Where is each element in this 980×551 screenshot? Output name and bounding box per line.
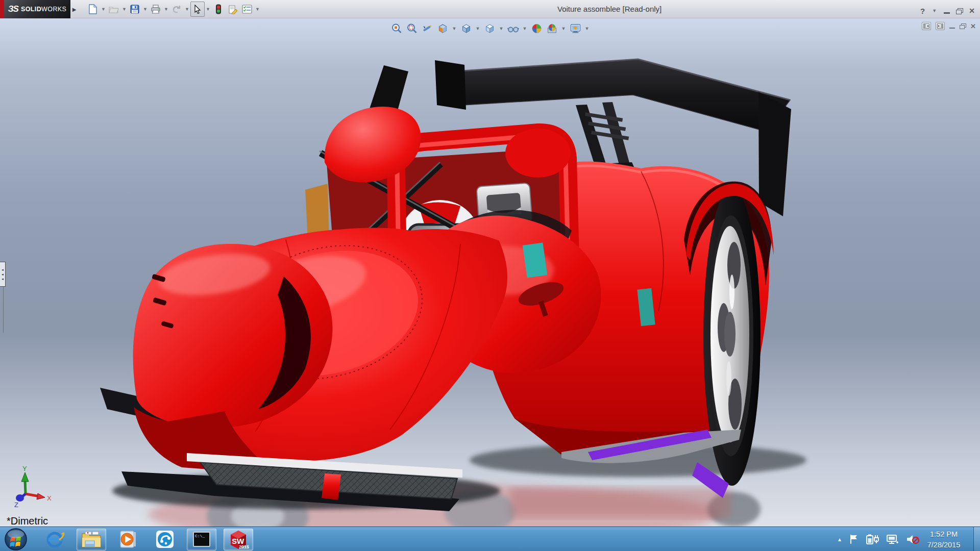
- solidworks-window: ЗS SOLIDWORKS ▶ ▼ ▼: [0, 0, 980, 551]
- taskbar-windows-explorer[interactable]: [77, 529, 106, 550]
- open-document-dropdown[interactable]: ▼: [121, 2, 128, 17]
- open-document-button[interactable]: [107, 2, 121, 17]
- clock-time: 1:52 PM: [922, 529, 966, 540]
- clock-date: 7/28/2015: [922, 540, 966, 550]
- help-dropdown[interactable]: ▼: [931, 3, 938, 18]
- collapse-arrow-icon: ◂: [2, 268, 4, 272]
- edit-appearance-button[interactable]: [530, 22, 544, 36]
- pane-left-icon: [923, 23, 929, 29]
- save-dropdown[interactable]: ▼: [142, 2, 149, 17]
- save-button[interactable]: [128, 2, 142, 17]
- minimize-button[interactable]: [944, 12, 950, 14]
- apply-scene-dropdown[interactable]: ▼: [560, 21, 567, 36]
- doc-close-button[interactable]: ✕: [970, 22, 976, 30]
- previous-view-icon: [422, 23, 433, 34]
- select-tool-dropdown[interactable]: ▼: [205, 2, 211, 17]
- taskbar-media-player[interactable]: [113, 529, 143, 550]
- taskbar-clock[interactable]: 1:52 PM 7/28/2015: [922, 529, 966, 550]
- taskbar-communication-app[interactable]: [150, 529, 180, 550]
- rebuild-button[interactable]: [211, 2, 226, 17]
- print-button[interactable]: [149, 2, 163, 17]
- zoom-to-fit-button[interactable]: [390, 22, 404, 36]
- show-hidden-icons-button[interactable]: ▲: [837, 537, 842, 542]
- solidworks-logo: ЗS SOLIDWORKS: [4, 0, 70, 18]
- reference-triad: Y X Z: [8, 465, 64, 521]
- solidworks-2015-icon: SW 2015: [228, 529, 249, 550]
- taskbar-items: C:\_ SW 2015: [40, 528, 253, 550]
- previous-view-button[interactable]: [421, 22, 434, 36]
- hide-show-items-dropdown[interactable]: ▼: [522, 21, 528, 36]
- undo-button[interactable]: [169, 2, 184, 17]
- new-document-dropdown[interactable]: ▼: [100, 2, 107, 17]
- appearance-ball-icon: [531, 23, 542, 34]
- taskbar-command-prompt[interactable]: C:\_: [187, 529, 216, 550]
- view-settings-icon: [569, 23, 581, 34]
- show-desktop-button[interactable]: [973, 527, 980, 551]
- document-window-controls: ✕: [922, 22, 976, 30]
- taskbar-internet-explorer[interactable]: [40, 529, 69, 550]
- doc-minimize-button[interactable]: [949, 28, 955, 29]
- display-style-button[interactable]: [483, 22, 497, 36]
- print-dropdown[interactable]: ▼: [163, 2, 169, 17]
- close-button[interactable]: ✕: [969, 7, 975, 15]
- view-settings-button[interactable]: [569, 22, 582, 36]
- save-floppy-icon: [130, 5, 139, 14]
- zoom-to-area-button[interactable]: [405, 22, 419, 36]
- graphics-viewport[interactable]: ▼ ▼ ▼: [0, 18, 980, 527]
- folder-icon: [81, 531, 102, 548]
- view-settings-dropdown[interactable]: ▼: [584, 21, 591, 36]
- left-front-fender[interactable]: [100, 244, 332, 429]
- brand-name: SOLIDWORKS: [21, 6, 66, 13]
- share-app-icon: [155, 530, 175, 549]
- zoom-to-area-icon: [406, 23, 418, 34]
- options-checklist-icon: [242, 5, 252, 14]
- apply-scene-button[interactable]: [545, 22, 559, 36]
- network-icon[interactable]: [886, 534, 899, 545]
- section-view-dropdown[interactable]: ▼: [451, 21, 458, 36]
- help-button[interactable]: ?: [920, 7, 925, 15]
- volume-muted-icon[interactable]: [905, 534, 920, 545]
- car-model[interactable]: [0, 18, 980, 527]
- main-toolbar: ▼ ▼ ▼: [86, 1, 261, 17]
- doc-restore-button[interactable]: [960, 23, 966, 29]
- svg-text:2015: 2015: [239, 544, 249, 549]
- triad-x-label: X: [47, 494, 52, 502]
- restore-button[interactable]: [956, 8, 963, 14]
- pane-right-button[interactable]: [936, 22, 945, 30]
- section-view-button[interactable]: [436, 22, 450, 36]
- file-properties-button[interactable]: [226, 2, 240, 17]
- cursor-arrow-icon: [194, 5, 201, 14]
- collapse-arrow-icon: ◂: [2, 277, 4, 281]
- command-prompt-icon: C:\_: [193, 532, 210, 547]
- power-battery-icon[interactable]: [866, 534, 879, 545]
- action-center-flag-icon[interactable]: [849, 534, 859, 545]
- file-properties-icon: [228, 5, 238, 14]
- hide-show-items-button[interactable]: [506, 22, 520, 36]
- system-tray: ▲: [837, 527, 920, 551]
- printer-icon: [151, 5, 161, 14]
- undo-dropdown[interactable]: ▼: [184, 2, 190, 17]
- section-view-icon: [437, 23, 448, 34]
- menu-expand-arrow[interactable]: ▶: [71, 4, 78, 15]
- select-tool-button[interactable]: [190, 2, 205, 17]
- panel-collapse-tab[interactable]: ◂ ◂ ◂: [0, 262, 6, 287]
- ds-logo-mark: ЗS: [8, 4, 18, 14]
- view-orientation-button[interactable]: [459, 22, 473, 36]
- options-button[interactable]: [240, 2, 254, 17]
- start-button[interactable]: [4, 528, 28, 551]
- pane-right-icon: [937, 23, 943, 29]
- pane-left-button[interactable]: [922, 22, 931, 30]
- window-title: Voiture assomblee [Read-only]: [557, 5, 662, 13]
- title-bar: ЗS SOLIDWORKS ▶ ▼ ▼: [0, 0, 980, 18]
- view-orientation-dropdown[interactable]: ▼: [475, 21, 481, 36]
- display-style-dropdown[interactable]: ▼: [498, 21, 505, 36]
- view-orientation-label: *Dimetric: [7, 515, 48, 527]
- brand-accent-stripe: [0, 0, 4, 18]
- undo-arrow-icon: [172, 5, 182, 14]
- triad-z-label: Z: [14, 501, 18, 509]
- new-document-button[interactable]: [86, 2, 100, 17]
- options-dropdown[interactable]: ▼: [254, 2, 261, 17]
- collapse-arrow-icon: ◂: [2, 272, 4, 277]
- taskbar-solidworks[interactable]: SW 2015: [224, 529, 253, 550]
- open-folder-icon: [109, 5, 119, 13]
